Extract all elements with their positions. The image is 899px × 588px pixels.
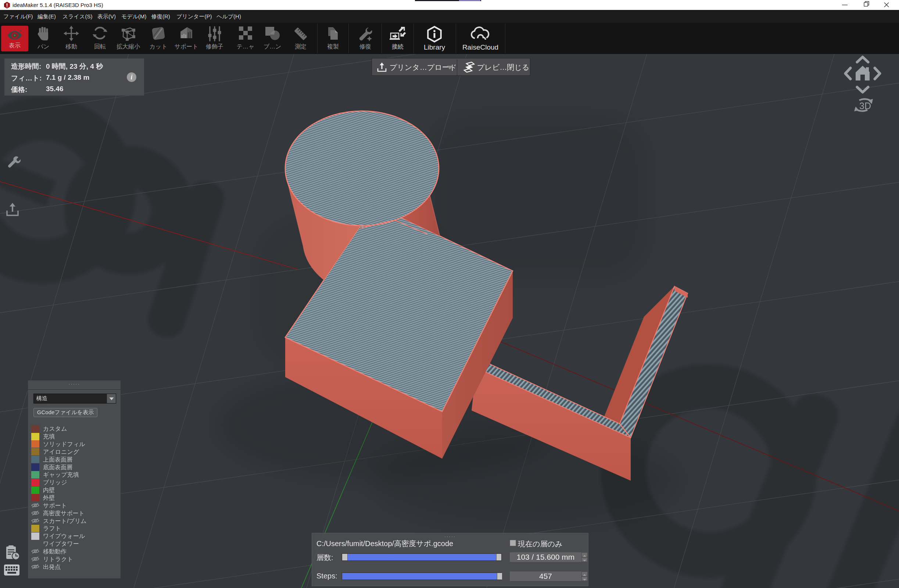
svg-text:3D: 3D <box>859 101 871 111</box>
